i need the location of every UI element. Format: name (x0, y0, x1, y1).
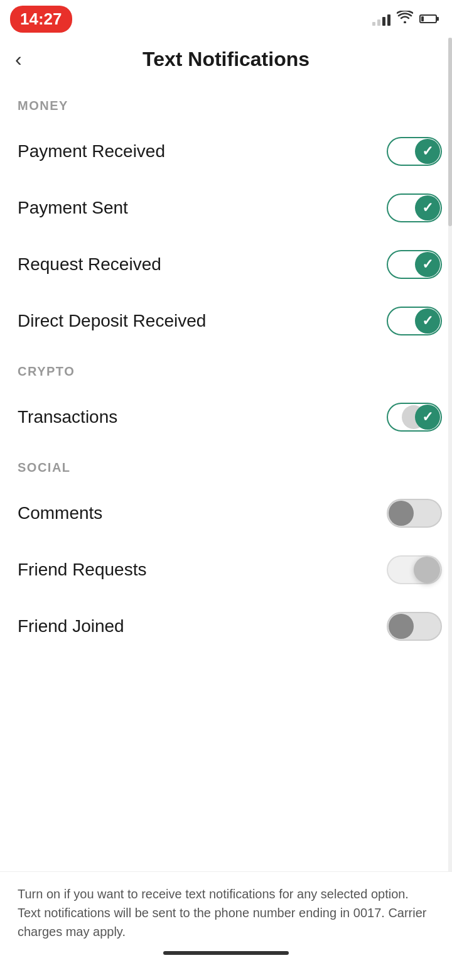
toggle-label-request-received: Request Received (18, 254, 161, 275)
toggle-row-transactions: Transactions (0, 389, 452, 445)
toggle-row-request-received: Request Received (0, 236, 452, 293)
toggle-row-direct-deposit: Direct Deposit Received (0, 293, 452, 349)
toggle-friend-requests[interactable] (387, 555, 442, 584)
footer-text: Turn on if you want to receive text noti… (18, 885, 434, 941)
page-title: Text Notifications (143, 48, 309, 71)
section-label-crypto: CRYPTO (0, 349, 452, 389)
toggle-row-payment-received: Payment Received (0, 123, 452, 180)
toggle-payment-received[interactable] (387, 137, 442, 166)
toggle-label-payment-received: Payment Received (18, 141, 165, 161)
section-label-money: MONEY (0, 84, 452, 123)
toggle-friend-joined[interactable] (387, 612, 442, 641)
toggle-direct-deposit[interactable] (387, 307, 442, 335)
status-icons (372, 11, 437, 27)
toggle-row-comments: Comments (0, 485, 452, 542)
toggle-label-friend-requests: Friend Requests (18, 560, 146, 580)
toggle-label-transactions: Transactions (18, 407, 117, 427)
home-indicator (163, 951, 289, 955)
back-button[interactable]: ‹ (15, 48, 22, 71)
scrollbar[interactable] (448, 38, 452, 980)
toggle-transactions[interactable] (387, 403, 442, 432)
toggle-request-received[interactable] (387, 250, 442, 279)
section-label-social: SOCIAL (0, 445, 452, 485)
signal-icon (372, 12, 390, 26)
toggle-payment-sent[interactable] (387, 193, 442, 222)
toggle-row-payment-sent: Payment Sent (0, 180, 452, 236)
page-header: ‹ Text Notifications (0, 38, 452, 84)
wifi-icon (397, 11, 413, 27)
toggle-row-friend-joined: Friend Joined (0, 598, 452, 655)
settings-content: MONEYPayment ReceivedPayment SentRequest… (0, 84, 452, 730)
battery-icon (419, 14, 437, 23)
footer-note: Turn on if you want to receive text noti… (0, 871, 452, 980)
toggle-label-comments: Comments (18, 503, 102, 523)
status-bar: 14:27 (0, 0, 452, 38)
toggle-label-direct-deposit: Direct Deposit Received (18, 311, 206, 331)
toggle-label-payment-sent: Payment Sent (18, 198, 128, 218)
status-time: 14:27 (10, 6, 72, 33)
toggle-comments[interactable] (387, 499, 442, 528)
toggle-label-friend-joined: Friend Joined (18, 616, 124, 636)
toggle-row-friend-requests: Friend Requests (0, 542, 452, 598)
